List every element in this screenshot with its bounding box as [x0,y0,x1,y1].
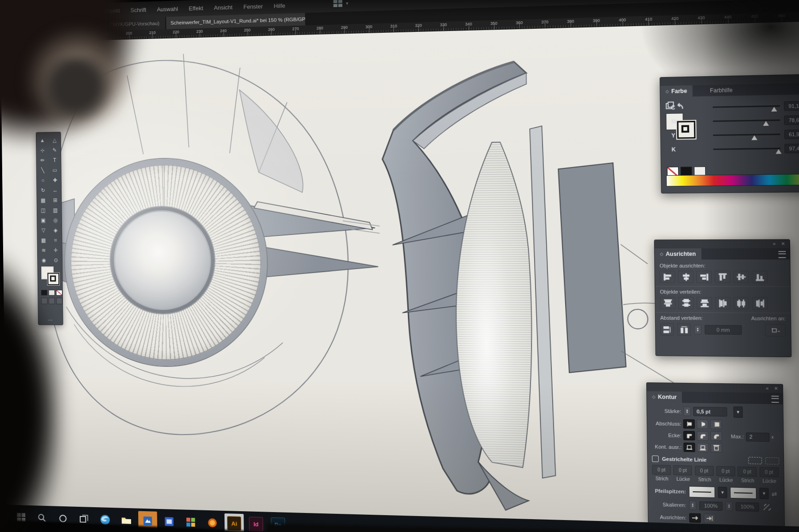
tool-perspective-grid[interactable]: ◎ [51,216,60,225]
vertical-space-button[interactable] [660,324,674,336]
channel-slider-track[interactable] [713,148,780,150]
tool-type[interactable]: ╲ [38,166,47,175]
none-button[interactable] [56,290,62,296]
scale-end-value[interactable]: 100% [736,502,759,512]
tool-hand[interactable]: ◉ [39,256,48,265]
color-button[interactable] [41,290,47,296]
dist-center-v-button[interactable] [678,297,694,309]
tab-farbhilfe[interactable]: Farbhilfe [705,85,738,96]
taskbar-indesign-icon[interactable]: Id [246,514,266,532]
dash-value-input[interactable]: 0 pt [673,465,692,475]
chevron-down-icon[interactable]: ▼ [718,487,727,498]
tool-zoom[interactable]: ⊙ [51,256,61,265]
tool-pencil[interactable]: ↻ [39,186,48,195]
taskbar-start-icon[interactable] [12,508,31,527]
tool-eyedropper[interactable]: ▩ [39,236,48,245]
taskbar-edge-icon[interactable] [96,510,115,530]
close-icon[interactable]: ✕ [781,241,786,247]
channel-slider-thumb[interactable] [776,149,782,154]
taskbar-photoshop-icon[interactable]: Ps [268,515,288,532]
dash-value-input[interactable]: 0 pt [760,467,779,477]
dist-top-button[interactable] [660,297,675,309]
draw-behind-button[interactable] [49,298,55,305]
collapse-icon[interactable]: « [773,241,777,247]
channel-value-input[interactable]: 91,17 [784,101,799,111]
join-round-button[interactable] [697,431,708,441]
menu-schrift[interactable]: Schrift [130,6,146,13]
channel-slider-thumb[interactable] [771,107,777,112]
cap-round-button[interactable] [697,420,708,429]
dash-value-input[interactable]: 0 pt [738,466,757,477]
tab-ausrichten[interactable]: ◇ Ausrichten [655,248,701,259]
cap-projecting-button[interactable] [710,420,722,429]
taskbar-cortana-icon[interactable] [54,509,72,528]
tool-column-graph[interactable]: ✛ [51,246,60,255]
chevron-down-icon[interactable]: ▼ [759,488,768,499]
tool-lasso[interactable]: ✎ [50,146,59,154]
stroke-align-center-button[interactable] [683,443,695,452]
color-spectrum-bar[interactable] [666,174,799,187]
miter-value-input[interactable]: 2 [746,432,769,442]
taskbar-search-icon[interactable] [33,508,51,528]
stroke-swatch[interactable] [47,273,59,285]
tool-pen[interactable]: ✏ [38,156,47,165]
stroke-align-outside-button[interactable] [710,443,722,453]
weight-stepper[interactable]: ▲▼ [683,407,691,416]
arrowhead-start-select[interactable] [689,486,715,498]
dash-preserve-button[interactable] [748,457,762,464]
chevron-down-icon[interactable]: ▾ [346,0,349,6]
dash-value-input[interactable]: 0 pt [716,466,735,476]
tool-gradient[interactable]: ◈ [51,226,60,235]
scale-end-stepper[interactable]: ▲▼ [725,501,733,511]
fill-stroke-indicator[interactable] [41,266,60,286]
channel-value-input[interactable]: 97,45 [784,143,799,153]
stroke-proxy-swatch[interactable] [677,121,696,139]
tab-kontur[interactable]: ◇ Kontur [647,391,682,403]
channel-slider-thumb[interactable] [752,135,757,140]
menu-effekt[interactable]: Effekt [189,4,203,12]
taskbar-firefox-icon[interactable] [203,513,222,532]
tool-mesh[interactable]: ▽ [39,226,48,235]
arrange-documents-icon[interactable] [334,0,342,7]
dash-value-input[interactable]: 0 pt [694,466,714,476]
spacing-stepper[interactable]: ▲▼ [694,325,702,334]
menu-bearbeiten[interactable]: Bearbeiten [67,8,93,15]
tool-shaper[interactable]: ↔ [50,186,60,195]
tab-farbe[interactable]: ◇ Farbe [660,85,693,97]
tool-free-transform[interactable]: ▥ [50,206,60,215]
dist-center-h-button[interactable] [733,297,749,309]
scale-start-value[interactable]: 100% [699,501,723,510]
align-to-artboard-dropdown[interactable] [765,324,786,336]
arrow-align-tip-button[interactable] [689,513,701,523]
tool-magic-wand[interactable]: ⊹ [38,146,47,155]
tool-line-segment[interactable]: ▭ [50,166,59,175]
dist-bottom-button[interactable] [697,297,712,309]
tool-width[interactable]: ◫ [39,206,48,215]
panel-menu-icon[interactable] [772,396,779,403]
menu-datei[interactable]: Datei [43,9,56,16]
tool-curvature[interactable]: T [50,156,59,165]
dist-left-button[interactable] [715,297,730,309]
taskbar-blue-app-icon[interactable] [159,512,178,532]
tool-shape-builder[interactable]: ▣ [39,216,48,225]
taskbar-file-explorer-icon[interactable] [117,510,136,530]
horizontal-space-button[interactable] [677,324,691,336]
tool-paintbrush[interactable]: ✚ [50,176,60,185]
channel-value-input[interactable]: 61,95 [784,129,799,139]
arrow-align-end-button[interactable] [704,513,716,523]
taskbar-photos-icon[interactable] [181,512,200,532]
draw-inside-button[interactable] [56,298,62,305]
stroke-align-inside-button[interactable] [697,443,709,452]
menu-objekt[interactable]: Objekt [104,7,120,14]
join-bevel-button[interactable] [710,432,722,441]
dash-align-button[interactable] [765,457,779,465]
draw-normal-button[interactable] [41,297,47,304]
tool-rotate[interactable]: ▦ [39,196,48,205]
edit-toolbar-button[interactable]: ⋯ [39,317,63,323]
taskbar-task-view-icon[interactable] [74,509,93,529]
swap-arrowheads-icon[interactable]: ⇄ [772,490,777,497]
channel-value-input[interactable]: 78,69 [784,115,799,125]
join-miter-button[interactable] [683,431,695,441]
dash-value-input[interactable]: 0 pt [652,465,671,475]
menu-hilfe[interactable]: Hilfe [274,2,285,9]
